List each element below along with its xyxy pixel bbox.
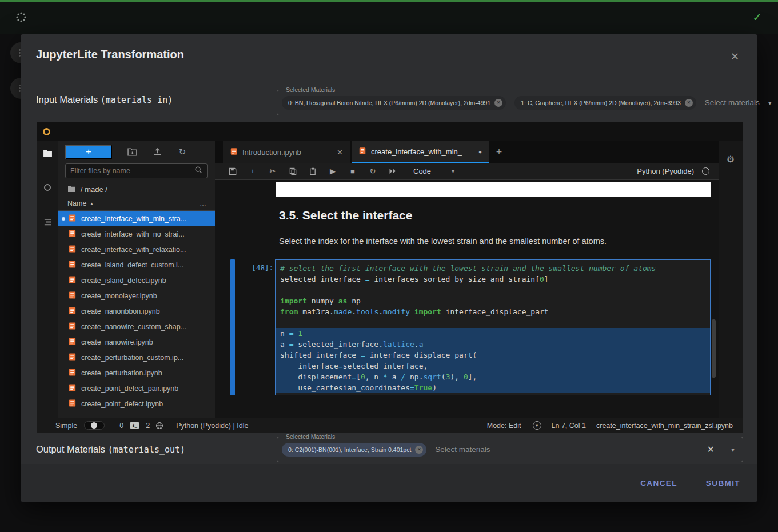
file-list-item[interactable]: create_nanoribbon.ipynb bbox=[58, 303, 215, 319]
file-list-item[interactable]: create_nanowire_custom_shap... bbox=[58, 319, 215, 334]
file-list-item[interactable]: create_monolayer.ipynb bbox=[58, 288, 215, 303]
heart-icon[interactable]: ♥ bbox=[533, 421, 541, 430]
section-heading: 3.5. Select the interface bbox=[279, 209, 412, 222]
input-materials-label: Input Materials (materials_in) bbox=[36, 94, 173, 105]
file-list-item[interactable]: create_island_defect_custom.i... bbox=[58, 257, 215, 273]
restart-run-all-icon[interactable] bbox=[388, 167, 397, 176]
file-filter-input[interactable] bbox=[70, 167, 194, 175]
chevron-down-icon: ▾ bbox=[452, 168, 454, 174]
add-tab-icon[interactable]: + bbox=[490, 141, 508, 163]
scrollbar-thumb[interactable] bbox=[712, 319, 716, 378]
breadcrumb-path: / made / bbox=[81, 185, 107, 194]
file-list-item[interactable]: create_interface_with_relaxatio... bbox=[58, 242, 215, 257]
input-materials-select[interactable]: Selected Materials 0: BN, Hexagonal Boro… bbox=[277, 90, 778, 115]
restart-kernel-icon[interactable]: ↻ bbox=[368, 167, 377, 176]
tab-close-icon[interactable]: ✕ bbox=[337, 148, 343, 157]
terminal-count[interactable]: 0 bbox=[119, 422, 123, 430]
new-launcher-button[interactable]: + bbox=[65, 145, 112, 159]
file-list-item[interactable]: create_point_defect_pair.ipynb bbox=[58, 381, 215, 396]
paste-icon[interactable] bbox=[308, 167, 317, 176]
cell-type-dropdown[interactable]: Code ▾ bbox=[413, 167, 454, 175]
dock-panel: Introduction.ipynb ✕ create_interface_wi… bbox=[215, 141, 719, 418]
cancel-button[interactable]: CANCEL bbox=[640, 479, 677, 487]
file-list-item[interactable]: create_island_defect.ipynb bbox=[58, 273, 215, 288]
clear-icon[interactable]: ✕ bbox=[707, 444, 715, 455]
close-icon[interactable]: ✕ bbox=[731, 50, 739, 63]
upload-icon[interactable] bbox=[152, 147, 162, 157]
material-chip[interactable]: 0: BN, Hexagonal Boron Nitride, HEX (P6/… bbox=[282, 96, 506, 110]
running-sessions-icon[interactable] bbox=[42, 182, 53, 193]
running-dot-icon bbox=[62, 217, 65, 221]
save-icon[interactable] bbox=[228, 167, 237, 176]
file-list-item[interactable]: create_perturbation.ipynb bbox=[58, 365, 215, 381]
file-name: create_nanowire_custom_shap... bbox=[81, 323, 186, 331]
new-folder-icon[interactable] bbox=[127, 147, 137, 157]
output-materials-group-label: Selected Materials bbox=[283, 433, 338, 440]
chevron-down-icon[interactable]: ▾ bbox=[768, 99, 772, 107]
more-options-icon[interactable]: … bbox=[200, 199, 207, 207]
code-editor[interactable]: # select the first interface with the lo… bbox=[275, 259, 711, 395]
submit-button[interactable]: SUBMIT bbox=[706, 479, 740, 487]
globe-icon[interactable] bbox=[155, 422, 163, 430]
file-name: create_monolayer.ipynb bbox=[81, 292, 157, 300]
refresh-icon[interactable]: ↻ bbox=[177, 147, 187, 157]
notebook-file-icon bbox=[68, 260, 77, 270]
file-browser-panel: + ↻ bbox=[58, 141, 215, 418]
simple-mode-toggle[interactable] bbox=[84, 421, 105, 430]
run-icon[interactable]: ▶ bbox=[328, 167, 337, 176]
kernel-count[interactable]: 2 bbox=[146, 422, 150, 430]
app-logo-icon[interactable] bbox=[15, 11, 27, 23]
notebook-file-icon bbox=[68, 353, 77, 363]
input-materials-chips: 0: BN, Hexagonal Boron Nitride, HEX (P6/… bbox=[277, 90, 778, 115]
output-materials-label-text: Output Materials bbox=[36, 444, 108, 454]
chip-remove-icon[interactable]: ✕ bbox=[494, 99, 502, 107]
tab-create-interface[interactable]: create_interface_with_min_ ● bbox=[352, 141, 489, 163]
check-icon[interactable]: ✓ bbox=[752, 10, 762, 24]
stop-icon[interactable]: ■ bbox=[348, 167, 357, 176]
chip-remove-icon[interactable]: ✕ bbox=[415, 446, 423, 454]
kernel-status-icon[interactable] bbox=[702, 167, 709, 175]
notebook-file-icon bbox=[68, 291, 77, 301]
jupyter-menu-bar bbox=[37, 122, 743, 141]
kernel-status-text[interactable]: Python (Pyodide) | Idle bbox=[176, 422, 248, 430]
dialog-title: JupyterLite Transformation bbox=[36, 48, 184, 61]
add-cell-icon[interactable]: + bbox=[248, 167, 257, 176]
notebook-file-icon bbox=[68, 322, 77, 332]
material-chip[interactable]: 0: C2(001)-BN(001), Interface, Strain 0.… bbox=[282, 443, 426, 457]
file-name: create_point_defect.ipynb bbox=[81, 400, 163, 408]
name-column-header: Name bbox=[67, 199, 86, 207]
unsaved-dot-icon: ● bbox=[478, 149, 482, 155]
file-list-item[interactable]: create_nanowire.ipynb bbox=[58, 334, 215, 350]
table-of-contents-icon[interactable] bbox=[42, 217, 53, 227]
notebook-content: 3.5. Select the interface Select the ind… bbox=[215, 180, 719, 418]
cursor-position[interactable]: Ln 7, Col 1 bbox=[552, 422, 586, 430]
output-materials-select[interactable]: Selected Materials 0: C2(001)-BN(001), I… bbox=[277, 437, 743, 462]
chevron-down-icon[interactable]: ▾ bbox=[731, 446, 735, 454]
file-list-header[interactable]: Name ▴ … bbox=[58, 197, 215, 211]
cell-collapser[interactable] bbox=[230, 259, 235, 395]
file-list-item[interactable]: create_perturbation_custom.ip... bbox=[58, 350, 215, 365]
file-list-item[interactable]: create_point_defect.ipynb bbox=[58, 396, 215, 411]
tab-label: Introduction.ipynb bbox=[242, 148, 332, 157]
chip-remove-icon[interactable]: ✕ bbox=[685, 99, 693, 107]
material-chip-label: 1: C, Graphene, HEX (P6/mmm) 2D (Monolay… bbox=[521, 99, 681, 106]
notebook-toolbar: + ✂ ▶ ■ ↻ Code ▾ bbox=[215, 163, 719, 180]
material-chip[interactable]: 1: C, Graphene, HEX (P6/mmm) 2D (Monolay… bbox=[514, 96, 696, 110]
cut-icon[interactable]: ✂ bbox=[268, 167, 277, 176]
terminal-icon[interactable]: $_ bbox=[130, 422, 139, 429]
tab-bar: Introduction.ipynb ✕ create_interface_wi… bbox=[215, 141, 719, 163]
select-materials-placeholder: Select materials bbox=[435, 445, 490, 454]
output-materials-chips: 0: C2(001)-BN(001), Interface, Strain 0.… bbox=[277, 437, 743, 462]
file-list-item[interactable]: create_interface_with_no_strai... bbox=[58, 226, 215, 242]
breadcrumb[interactable]: / made / bbox=[58, 182, 215, 197]
notebook-file-icon bbox=[68, 245, 77, 255]
file-name: create_island_defect_custom.i... bbox=[81, 261, 183, 269]
tab-introduction[interactable]: Introduction.ipynb ✕ bbox=[223, 141, 350, 163]
copy-icon[interactable] bbox=[288, 167, 297, 176]
kernel-name[interactable]: Python (Pyodide) bbox=[637, 167, 694, 175]
input-materials-label-code: (materials_in) bbox=[101, 95, 173, 105]
file-browser-icon[interactable] bbox=[42, 148, 53, 158]
gear-icon[interactable]: ⚙ bbox=[727, 154, 735, 165]
notebook-file-icon bbox=[68, 306, 77, 317]
file-list-item[interactable]: create_interface_with_min_stra... bbox=[58, 211, 215, 226]
